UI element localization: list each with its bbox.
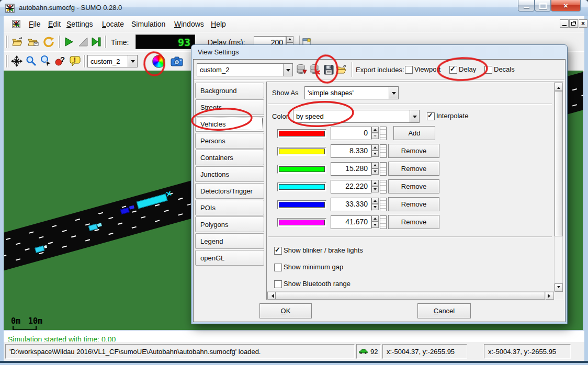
threshold-dial[interactable] [380,162,387,176]
spin-down-icon[interactable] [371,168,379,175]
combo-dropdown-button[interactable] [410,110,419,122]
remove-button[interactable]: Remove [388,162,439,176]
threshold-dial[interactable] [380,144,387,158]
color-swatch[interactable] [277,182,326,191]
export-scheme-button[interactable] [322,63,335,76]
combo-dropdown-button[interactable] [389,87,398,99]
show-minimum-gap-label[interactable]: Show minimum gap [284,263,343,271]
tab-junctions[interactable]: Junctions [195,166,264,182]
interpolate-checkbox[interactable] [427,112,435,120]
cancel-button[interactable]: Cancel [417,303,471,318]
view-settings-dialog[interactable]: View Settings custom_2 [191,44,568,324]
step-button[interactable] [89,35,103,49]
tab-detectors-trigger[interactable]: Detectors/Trigger [195,183,264,199]
tab-pois[interactable]: POIs [195,200,264,215]
minimize-button[interactable] [518,0,535,12]
show-bluetooth-label[interactable]: Show Bluetooth range [284,280,350,288]
threshold-spinner[interactable] [371,215,379,229]
scrollbar-thumb[interactable] [555,91,563,236]
viewport-checkbox[interactable] [405,66,413,74]
threshold-input[interactable]: 22.220 [331,180,371,193]
toolbar-grip[interactable] [104,36,107,48]
show-bluetooth-checkbox[interactable] [274,280,282,288]
tab-containers[interactable]: Containers [195,150,264,165]
run-button[interactable] [62,35,76,49]
spin-up-icon[interactable] [371,144,379,151]
add-button[interactable]: Add [393,126,435,140]
spin-up-icon[interactable] [286,36,293,42]
tab-streets[interactable]: Streets [195,99,264,115]
vehicle[interactable] [97,223,101,227]
toolbar-grip[interactable] [5,55,8,67]
tab-opengl[interactable]: openGL [195,250,264,266]
locate-button[interactable] [39,54,53,68]
color-swatch[interactable] [277,129,326,138]
mdi-close-button[interactable]: × [579,19,587,28]
color-swatch[interactable] [277,200,326,209]
toolbar-grip[interactable] [58,36,61,48]
spin-up-icon[interactable] [371,180,379,186]
threshold-input[interactable]: 41.670 [331,215,371,229]
threshold-spinner[interactable] [371,162,379,176]
threshold-input[interactable]: 0 [331,127,371,140]
menu-help[interactable]: Help [209,16,228,32]
spin-down-icon[interactable] [371,186,379,192]
vertical-scrollbar[interactable] [554,82,563,291]
toolbar-grip[interactable] [5,36,8,48]
remove-button[interactable]: Remove [388,197,439,211]
menu-settings[interactable]: Settings [64,16,95,32]
toolbar-grip[interactable] [83,55,86,67]
threshold-spinner[interactable] [371,198,379,211]
menu-windows[interactable]: Windows [172,16,206,32]
tab-legend[interactable]: Legend [195,233,264,249]
threshold-input[interactable]: 33.330 [331,198,371,211]
message-log[interactable]: Simulation started with time: 0.00 [4,330,584,342]
scroll-right-button[interactable] [546,292,554,300]
decals-label[interactable]: Decals [494,65,515,73]
scheme-combobox[interactable]: custom_2 [87,55,138,67]
menu-file[interactable]: File [27,16,43,32]
vehicle-count-panel[interactable]: 92 [356,344,381,359]
scroll-down-button[interactable] [555,283,563,292]
decals-checkbox[interactable] [484,66,492,74]
spin-down-icon[interactable] [371,204,379,210]
threshold-dial[interactable] [380,127,387,140]
vehicle-marker[interactable]: ✕ [165,190,174,198]
close-button[interactable]: × [551,0,581,12]
scroll-up-button[interactable] [555,83,563,91]
combo-dropdown-button[interactable] [283,64,292,76]
recenter-view-button[interactable] [10,54,24,68]
show-minimum-gap-checkbox[interactable] [274,264,282,271]
menu-edit[interactable]: Edit [46,16,63,32]
threshold-dial[interactable] [380,215,387,229]
spin-down-icon[interactable] [371,222,379,228]
dialog-scheme-combobox[interactable]: custom_2 [197,63,293,76]
threshold-spinner[interactable] [371,144,379,158]
spin-down-icon[interactable] [371,151,379,157]
edit-coloring-button[interactable] [151,54,166,69]
threshold-spinner[interactable] [371,127,379,140]
scrollbar-thumb[interactable] [276,292,545,300]
ok-button[interactable]: OK [259,303,312,318]
scroll-left-button[interactable] [267,292,276,300]
titlebar[interactable]: autobahn.sumocfg - SUMO 0.28.0 × [0,0,588,16]
mdi-restore-button[interactable] [569,19,578,28]
threshold-input[interactable]: 8.330 [331,144,371,158]
remove-button[interactable]: Remove [388,179,439,193]
color-swatch[interactable] [277,147,326,156]
horizontal-scrollbar[interactable] [267,291,554,300]
show-as-combobox[interactable]: 'simple shapes' [304,86,399,99]
delete-scheme-button[interactable] [309,63,321,76]
tab-vehicles[interactable]: Vehicles [195,116,264,132]
save-scheme-registry-button[interactable] [295,63,308,76]
spin-up-icon[interactable] [371,215,379,222]
color-swatch[interactable] [277,218,326,227]
spin-up-icon[interactable] [371,127,379,133]
import-scheme-button[interactable] [335,63,348,76]
threshold-spinner[interactable] [371,180,379,193]
maximize-button[interactable] [535,0,551,12]
delay-checkbox[interactable] [449,66,457,74]
tab-polygons[interactable]: Polygons [195,216,264,232]
open-config-button[interactable] [11,35,25,49]
tab-persons[interactable]: Persons [195,133,264,149]
